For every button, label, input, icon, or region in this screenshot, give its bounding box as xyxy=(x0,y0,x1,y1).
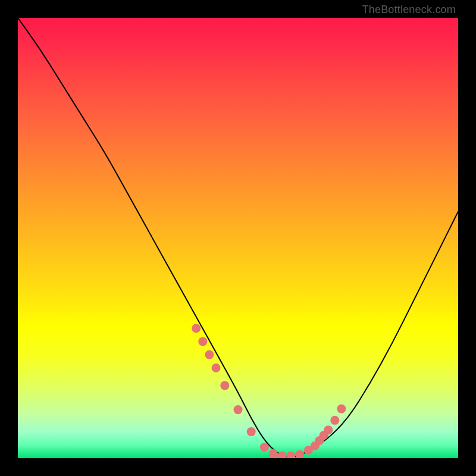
marker-dot xyxy=(337,405,346,414)
marker-dot xyxy=(192,324,201,333)
marker-dot xyxy=(286,452,295,458)
marker-dot xyxy=(295,450,304,458)
marker-dot xyxy=(324,425,333,434)
marker-dot xyxy=(330,416,339,425)
bottleneck-curve xyxy=(18,18,458,457)
attribution-text: TheBottleneck.com xyxy=(362,4,456,16)
marker-dot xyxy=(247,427,256,436)
bottleneck-curve-path xyxy=(18,18,458,457)
marker-dot xyxy=(260,443,269,452)
marker-dot xyxy=(212,364,221,372)
marker-dots xyxy=(192,324,346,458)
marker-dot xyxy=(220,381,229,390)
marker-dot xyxy=(278,452,287,458)
marker-dot xyxy=(198,337,207,346)
marker-dot xyxy=(205,350,214,359)
bottleneck-chart: TheBottleneck.com xyxy=(0,0,476,476)
curve-svg xyxy=(18,18,458,458)
plot-area xyxy=(18,18,458,458)
marker-dot xyxy=(269,449,278,458)
marker-dot xyxy=(234,405,243,414)
